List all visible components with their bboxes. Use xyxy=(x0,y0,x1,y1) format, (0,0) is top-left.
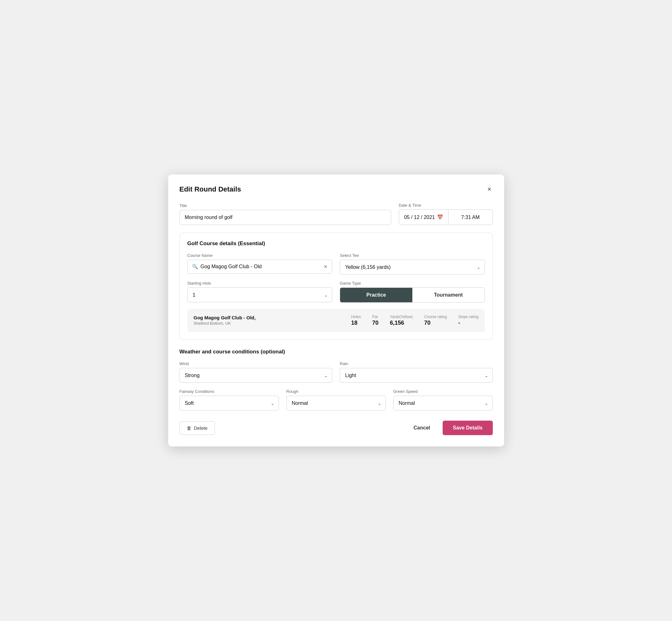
save-button[interactable]: Save Details xyxy=(443,421,493,435)
rough-dropdown[interactable]: Normal Light Heavy xyxy=(287,396,386,411)
trash-icon: 🗑 xyxy=(187,425,192,431)
time-input[interactable]: 7:31 AM xyxy=(449,210,493,225)
rain-group: Rain None Light Moderate Heavy ⌄ xyxy=(340,361,493,383)
golf-course-title: Golf Course details (Essential) xyxy=(187,241,485,247)
wind-label: Wind xyxy=(179,361,333,366)
par-value: 70 xyxy=(372,320,379,326)
course-rating-value: 70 xyxy=(424,320,430,326)
select-tee-wrapper: Yellow (6,156 yards) Red (5,200 yards) W… xyxy=(340,260,485,275)
par-label: Par xyxy=(372,315,378,319)
fairway-dropdown[interactable]: Dry Normal Soft Wet xyxy=(179,396,279,411)
rain-label: Rain xyxy=(340,361,493,366)
datetime-label: Date & Time xyxy=(399,203,493,208)
modal-footer: 🗑 Delete Cancel Save Details xyxy=(179,421,493,435)
holes-label: Holes xyxy=(351,315,361,319)
yards-stat: Yards(Yellow) 6,156 xyxy=(390,315,413,326)
rough-select-wrapper: Normal Light Heavy ⌄ xyxy=(287,396,386,411)
par-stat: Par 70 xyxy=(372,315,379,326)
green-speed-label: Green Speed xyxy=(393,389,493,394)
fairway-label: Fairway Conditions xyxy=(179,389,279,394)
course-name-input[interactable] xyxy=(201,264,322,270)
game-type-group: Game Type Practice Tournament xyxy=(340,281,485,303)
weather-row-1: Wind None Light Moderate Strong Very Str… xyxy=(179,361,493,383)
starting-hole-group: Starting Hole 1 10 ⌄ xyxy=(187,281,333,303)
course-rating-stat: Course rating 70 xyxy=(424,315,447,326)
holes-value: 18 xyxy=(351,320,358,326)
time-value: 7:31 AM xyxy=(461,215,480,220)
fairway-group: Fairway Conditions Dry Normal Soft Wet ⌄ xyxy=(179,389,279,411)
footer-right: Cancel Save Details xyxy=(409,421,493,435)
select-tee-dropdown[interactable]: Yellow (6,156 yards) Red (5,200 yards) W… xyxy=(340,260,485,275)
modal-title: Edit Round Details xyxy=(179,185,241,194)
date-value: 05 / 12 / 2021 xyxy=(404,215,435,220)
title-input[interactable] xyxy=(179,210,391,225)
fairway-select-wrapper: Dry Normal Soft Wet ⌄ xyxy=(179,396,279,411)
course-info-bar: Gog Magog Golf Club - Old, Shelford Bott… xyxy=(187,309,485,332)
calendar-icon: 📅 xyxy=(437,214,443,220)
slope-rating-value: - xyxy=(458,320,460,326)
close-button[interactable]: × xyxy=(486,184,493,194)
green-speed-dropdown[interactable]: Slow Normal Fast Very Fast xyxy=(393,396,493,411)
title-label: Title xyxy=(179,203,391,208)
course-name-label: Course Name xyxy=(187,253,333,258)
slope-rating-stat: Slope rating - xyxy=(458,315,478,326)
rain-dropdown[interactable]: None Light Moderate Heavy xyxy=(340,368,493,383)
yards-label: Yards(Yellow) xyxy=(390,315,413,319)
starting-hole-wrapper: 1 10 ⌄ xyxy=(187,287,333,302)
tournament-button[interactable]: Tournament xyxy=(412,288,485,302)
delete-label: Delete xyxy=(194,425,208,431)
select-tee-group: Select Tee Yellow (6,156 yards) Red (5,2… xyxy=(340,253,485,275)
holes-stat: Holes 18 xyxy=(351,315,361,326)
rough-label: Rough xyxy=(287,389,386,394)
slope-rating-label: Slope rating xyxy=(458,315,478,319)
clear-course-icon[interactable]: ✕ xyxy=(324,264,328,269)
course-rating-label: Course rating xyxy=(424,315,447,319)
rough-group: Rough Normal Light Heavy ⌄ xyxy=(287,389,386,411)
green-speed-select-wrapper: Slow Normal Fast Very Fast ⌄ xyxy=(393,396,493,411)
practice-button[interactable]: Practice xyxy=(340,288,412,302)
course-stats: Holes 18 Par 70 Yards(Yellow) 6,156 Cour… xyxy=(351,315,478,326)
course-location: Shelford Bottom, UK xyxy=(194,321,231,326)
course-name-group: Course Name 🔍 ✕ xyxy=(187,253,333,275)
datetime-inputs: 05 / 12 / 2021 📅 7:31 AM xyxy=(399,210,493,225)
course-full-name: Gog Magog Golf Club - Old, xyxy=(194,315,351,320)
edit-round-modal: Edit Round Details × Title Date & Time 0… xyxy=(168,174,504,447)
delete-button[interactable]: 🗑 Delete xyxy=(179,421,215,435)
title-field-group: Title xyxy=(179,203,391,225)
course-name-input-wrapper: 🔍 ✕ xyxy=(187,260,333,274)
game-type-label: Game Type xyxy=(340,281,485,286)
top-fields: Title Date & Time 05 / 12 / 2021 📅 7:31 … xyxy=(179,203,493,225)
datetime-field-group: Date & Time 05 / 12 / 2021 📅 7:31 AM xyxy=(399,203,493,225)
modal-header: Edit Round Details × xyxy=(179,184,493,194)
wind-group: Wind None Light Moderate Strong Very Str… xyxy=(179,361,333,383)
course-info-name: Gog Magog Golf Club - Old, Shelford Bott… xyxy=(194,315,351,326)
course-bottom-row: Starting Hole 1 10 ⌄ Game Type Practice … xyxy=(187,281,485,303)
starting-hole-dropdown[interactable]: 1 10 xyxy=(187,287,333,302)
wind-select-wrapper: None Light Moderate Strong Very Strong ⌄ xyxy=(179,368,333,383)
game-type-toggle: Practice Tournament xyxy=(340,287,485,303)
cancel-button[interactable]: Cancel xyxy=(409,421,435,434)
select-tee-label: Select Tee xyxy=(340,253,485,258)
golf-course-section: Golf Course details (Essential) Course N… xyxy=(179,233,493,340)
course-top-row: Course Name 🔍 ✕ Select Tee Yellow (6,156… xyxy=(187,253,485,275)
wind-dropdown[interactable]: None Light Moderate Strong Very Strong xyxy=(179,368,333,383)
search-icon: 🔍 xyxy=(192,264,198,270)
rain-select-wrapper: None Light Moderate Heavy ⌄ xyxy=(340,368,493,383)
starting-hole-label: Starting Hole xyxy=(187,281,333,286)
weather-row-2: Fairway Conditions Dry Normal Soft Wet ⌄… xyxy=(179,389,493,411)
date-input[interactable]: 05 / 12 / 2021 📅 xyxy=(399,210,449,225)
yards-value: 6,156 xyxy=(390,320,404,326)
weather-section-title: Weather and course conditions (optional) xyxy=(179,349,493,355)
weather-section: Weather and course conditions (optional)… xyxy=(179,349,493,411)
green-speed-group: Green Speed Slow Normal Fast Very Fast ⌄ xyxy=(393,389,493,411)
